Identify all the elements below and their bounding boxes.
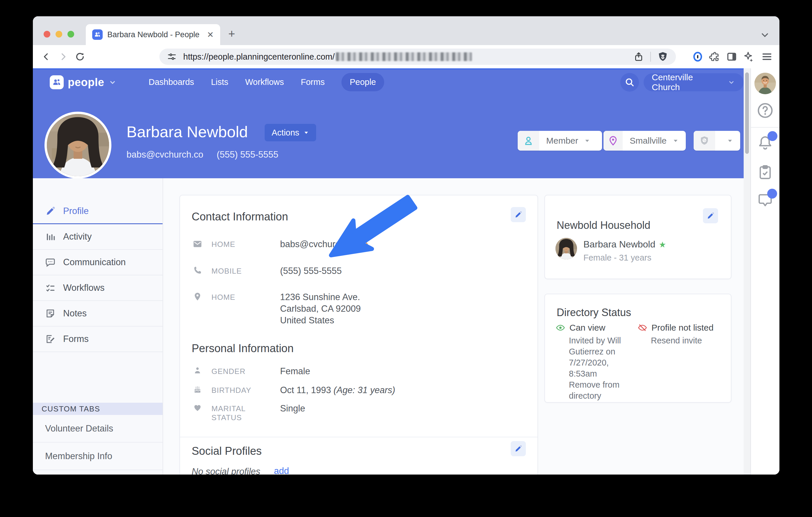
edit-household-button[interactable] [703, 208, 718, 223]
phone-icon [192, 266, 203, 275]
tab-search-chevron-icon[interactable] [760, 30, 770, 40]
reload-button[interactable] [74, 51, 86, 62]
help-button[interactable] [756, 102, 774, 119]
chevron-down-icon [583, 137, 591, 145]
household-title: Newbold Household [557, 219, 650, 231]
edit-contact-button[interactable] [511, 207, 526, 222]
sidebar-item-workflows[interactable]: Workflows [33, 276, 163, 301]
birthday-value: Oct 11, 1993 (Age: 31 years) [280, 384, 395, 396]
sidebar-item-profile[interactable]: Profile [33, 199, 163, 224]
message-badge [767, 189, 777, 199]
extensions-puzzle-icon[interactable] [707, 51, 720, 62]
people-logo-icon [50, 75, 64, 89]
search-button[interactable] [620, 73, 639, 92]
notification-badge [767, 131, 777, 141]
household-member-name[interactable]: Barbara Newbold★ [583, 239, 666, 250]
personal-section-title: Personal Information [192, 342, 294, 355]
organization-dropdown[interactable]: Centerville Church [644, 73, 744, 91]
sidebar-item-volunteer-details[interactable]: Volunteer Details [33, 415, 163, 442]
profile-avatar[interactable] [45, 112, 111, 178]
browser-menu-icon[interactable] [760, 51, 773, 62]
permissions-dropdown[interactable] [694, 131, 740, 151]
page-body: Profile Activity Communication Workflows [33, 178, 744, 475]
forward-button[interactable] [57, 51, 69, 62]
personal-row-gender: GENDER Female [192, 366, 310, 377]
contact-label: MOBILE [211, 265, 268, 276]
tasks-button[interactable] [757, 164, 774, 180]
clipboard-check-icon [757, 164, 774, 180]
tab-close-icon[interactable]: ✕ [207, 30, 214, 39]
leo-ai-sparkle-icon[interactable] [742, 51, 755, 62]
edit-social-button[interactable] [511, 441, 526, 456]
directory-status-card: Directory Status Can view Invited by Wil… [545, 294, 731, 403]
messages-button[interactable] [757, 192, 774, 208]
contact-address-value: 1236 Sunshine Ave. Carlsbad, CA 92009 Un… [280, 291, 360, 326]
resend-invite-link[interactable]: Resend invite [651, 335, 714, 346]
sidebar-item-forms[interactable]: Forms [33, 326, 163, 352]
hero-phone: (555) 555-5555 [217, 149, 278, 160]
nav-people-active[interactable]: People [342, 73, 384, 91]
sidebar-label: Forms [63, 334, 89, 344]
current-user-avatar[interactable] [754, 73, 776, 94]
social-add-link[interactable]: add [274, 466, 289, 475]
hero-email[interactable]: babs@cvchurch.co [126, 149, 203, 160]
campus-label: Smallville [623, 131, 672, 151]
personal-label: GENDER [211, 366, 268, 376]
contact-phone-value: (555) 555-5555 [280, 265, 342, 277]
app-name: people [68, 76, 104, 89]
campus-dropdown[interactable]: Smallville [604, 131, 686, 151]
contact-email-value[interactable]: babs@cvchurch.co [280, 238, 357, 250]
url-text: https://people.planningcenteronline.com/ [183, 52, 335, 62]
notifications-button[interactable] [756, 134, 774, 151]
can-view-text: Can view [570, 323, 605, 333]
minimize-window-button[interactable] [56, 31, 62, 37]
address-line: 1236 Sunshine Ave. [280, 291, 360, 303]
back-button[interactable] [40, 51, 52, 62]
nav-forms[interactable]: Forms [301, 77, 325, 87]
sidebar-item-communication[interactable]: Communication [33, 250, 163, 276]
address-bar[interactable]: https://people.planningcenteronline.com/ [160, 49, 676, 65]
heart-icon [192, 403, 203, 412]
personal-label: BIRTHDAY [211, 384, 268, 395]
browser-toolbar: https://people.planningcenteronline.com/ [33, 45, 779, 68]
birthday-date: Oct 11, 1993 [280, 385, 331, 395]
actions-button[interactable]: Actions [265, 124, 316, 141]
contact-row-address: HOME 1236 Sunshine Ave. Carlsbad, CA 920… [192, 291, 360, 326]
sidebar-item-activity[interactable]: Activity [33, 224, 163, 250]
contact-row-phone: MOBILE (555) 555-5555 [192, 265, 342, 277]
new-tab-button[interactable]: + [228, 28, 235, 39]
sidebar-label: Notes [63, 308, 87, 319]
eye-icon [555, 323, 566, 333]
zoom-window-button[interactable] [67, 31, 74, 37]
people-app-logo[interactable]: people [50, 75, 117, 89]
browser-window: Barbara Newbold - People ✕ + https://peo… [33, 16, 779, 475]
personal-row-birthday: BIRTHDAY Oct 11, 1993 (Age: 31 years) [192, 384, 395, 396]
contact-label: HOME [211, 238, 268, 249]
browser-tab[interactable]: Barbara Newbold - People ✕ [86, 24, 220, 45]
page-viewport: people Dashboards Lists Workflows Forms … [33, 68, 779, 475]
page-scrollbar-track[interactable] [744, 68, 750, 475]
rail-divider [751, 127, 779, 128]
sidebar-item-membership-info[interactable]: Membership Info [33, 442, 163, 470]
sidebar-label: Activity [63, 231, 92, 242]
sidebar-item-notes[interactable]: Notes [33, 301, 163, 326]
close-window-button[interactable] [44, 31, 50, 37]
email-warning-icon[interactable] [361, 239, 370, 248]
pencil-icon [514, 210, 522, 219]
invited-by-text: Invited by Will Gutierrez on 7/27/2020, … [569, 335, 632, 379]
sidebar-toggle-icon[interactable] [725, 51, 738, 62]
remove-from-directory-link[interactable]: Remove from directory [569, 379, 632, 401]
brave-shield-icon[interactable] [657, 51, 668, 62]
household-member-avatar[interactable] [555, 238, 577, 259]
share-icon[interactable] [633, 52, 644, 62]
app-switcher-chevron-icon[interactable] [108, 78, 117, 87]
nav-dashboards[interactable]: Dashboards [149, 77, 194, 87]
membership-dropdown[interactable]: Member [518, 131, 602, 151]
directory-not-listed-column: Profile not listed Resend invite [638, 323, 719, 346]
chevron-down-icon [672, 137, 679, 145]
nav-workflows[interactable]: Workflows [245, 77, 284, 87]
tune-icon[interactable] [167, 52, 177, 62]
onepassword-extension-icon[interactable] [691, 51, 704, 62]
page-scrollbar-thumb[interactable] [745, 73, 749, 154]
nav-lists[interactable]: Lists [211, 77, 228, 87]
